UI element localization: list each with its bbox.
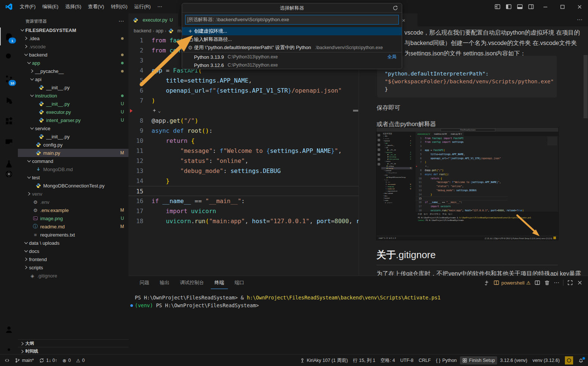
tree-item-__init__.py[interactable]: __init__.py xyxy=(18,83,128,92)
tree-item-scripts[interactable]: scripts xyxy=(18,263,128,272)
quickpick-item[interactable]: ⚙使用 \"python.defaultInterpreterPath\" 设置… xyxy=(182,44,402,52)
outline-section[interactable]: 大纲 xyxy=(18,339,128,347)
accounts-icon[interactable] xyxy=(0,321,18,338)
menu-运行R[interactable]: 运行(R) xyxy=(131,2,154,11)
tree-item-.idea[interactable]: .idea xyxy=(18,34,128,42)
refresh-icon[interactable] xyxy=(392,5,398,11)
extensions-icon[interactable] xyxy=(0,112,18,130)
preview-scrollbar-thumb[interactable] xyxy=(584,55,588,118)
customize-layout-icon[interactable] xyxy=(492,2,503,12)
panel-tab-终端[interactable]: 终端 xyxy=(211,276,228,289)
tree-item-label: readme.md xyxy=(388,188,394,190)
tree-item-docs[interactable]: docs xyxy=(18,247,128,255)
quickpick-item[interactable]: 输入解释器路径... xyxy=(182,35,402,44)
statusbar-problems-warnings[interactable]: ⚠0 xyxy=(74,356,87,365)
panel-tab-输出[interactable]: 输出 xyxy=(156,276,173,289)
tree-item-.gitignore[interactable]: ◈.gitignore xyxy=(18,272,128,280)
kill-terminal-icon[interactable] xyxy=(544,280,550,286)
panel-tab-问题[interactable]: 问题 xyxy=(136,276,153,289)
menu-⋯[interactable]: ⋯ xyxy=(154,2,165,11)
tree-item-datauploads[interactable]: data \ uploads xyxy=(18,239,128,247)
tree-item-.env.example[interactable]: ⚙.env.exampleM xyxy=(18,206,128,214)
new-terminal-icon[interactable] xyxy=(484,280,490,286)
menu-转到G[interactable]: 转到(G) xyxy=(108,2,131,11)
statusbar-venv-indicator[interactable]: venv (3.12.6) xyxy=(530,356,562,365)
maximize-panel-icon[interactable] xyxy=(567,280,573,286)
copilot-sparkle-icon[interactable]: ⌄ xyxy=(152,106,359,116)
statusbar-encoding[interactable]: UTF-8 xyxy=(398,356,416,365)
minimize-button[interactable] xyxy=(537,0,554,13)
statusbar-language-mode[interactable]: { }Python xyxy=(434,356,459,365)
close-panel-icon[interactable] xyxy=(577,280,583,286)
toggle-secondary-sidebar-icon[interactable] xyxy=(525,2,537,12)
tree-item-executor.py[interactable]: executor.pyU xyxy=(18,108,128,116)
tree-item-command[interactable]: command xyxy=(18,157,128,165)
statusbar-remote-indicator[interactable] xyxy=(2,356,12,365)
toggle-sidebar-icon[interactable] xyxy=(503,2,514,12)
statusbar-cursor-position[interactable]: 行 15, 列 1 xyxy=(351,356,378,365)
terminal-more-icon[interactable]: ⋯ xyxy=(554,279,559,286)
statusbar-notifications[interactable] xyxy=(576,356,586,365)
explorer-more-icon[interactable]: ⋯ xyxy=(118,18,124,25)
statusbar-branch-status[interactable]: main* xyxy=(13,356,36,365)
menu-查看V[interactable]: 查看(V) xyxy=(85,2,107,11)
quickpick-item[interactable]: Python 3.13.9C:\Python313\python.exe全局 xyxy=(182,53,402,61)
statusbar-finish-setup[interactable]: Finish Setup xyxy=(460,356,497,365)
tree-item-api[interactable]: api xyxy=(18,75,128,83)
tree-item-MongoDB.md[interactable]: MongoDB.md xyxy=(18,165,128,173)
tree-item-.vscode[interactable]: .vscode xyxy=(18,42,128,51)
timeline-section[interactable]: 时间线 xyxy=(18,347,128,354)
pinwheel-extension-icon[interactable] xyxy=(0,165,18,183)
run-debug-icon[interactable] xyxy=(0,92,18,109)
statusbar-indentation[interactable]: 空格: 4 xyxy=(378,356,397,365)
tree-item-config.py[interactable]: config.py xyxy=(18,141,128,149)
tree-item-test[interactable]: test xyxy=(18,173,128,182)
search-icon[interactable] xyxy=(0,48,18,65)
statusbar-python-interpreter[interactable]: 3.12.6 (venv) xyxy=(498,356,530,365)
tree-item-.env[interactable]: ⚙.env xyxy=(18,198,128,206)
statusbar-extension-gold[interactable] xyxy=(563,356,575,365)
copilot-sparkle-icon[interactable]: ⌄ xyxy=(425,164,508,168)
tab-executor-py[interactable]: executor.py U xyxy=(128,13,178,26)
code-editor[interactable]: 1from fastapi import FastAPI2from config… xyxy=(128,35,359,276)
statusbar-blame-info[interactable]: KiriAky 107 (1 周前) xyxy=(298,356,350,365)
tree-item-requirements.txt[interactable]: ≡requirements.txt xyxy=(18,231,128,239)
statusbar-problems-errors[interactable]: ⊗0 xyxy=(60,356,73,365)
tree-item-backend[interactable]: backend xyxy=(18,51,128,59)
panel-tab-端口[interactable]: 端口 xyxy=(231,276,248,289)
explorer-root-folder[interactable]: FILESREADSYSTEAM xyxy=(18,26,128,34)
interpreter-input[interactable]: 所选解释器: .\backend\venv\Scripts\python.exe xyxy=(185,15,399,25)
terminal-tab-powershell[interactable]: powershell ⚠ xyxy=(493,280,531,286)
quickpick-item[interactable]: +创建虚拟环境... xyxy=(182,27,402,35)
tree-item-__pycache__[interactable]: __pycache__ xyxy=(18,67,128,75)
tree-item-service[interactable]: service xyxy=(18,124,128,132)
menu-编辑E[interactable]: 编辑(E) xyxy=(39,2,62,11)
menu-文件F[interactable]: 文件(F) xyxy=(16,2,39,11)
maximize-button[interactable] xyxy=(554,0,571,13)
tree-item-app[interactable]: app xyxy=(18,59,128,67)
tree-item-intent_parser.py[interactable]: intent_parser.pyU xyxy=(18,116,128,124)
split-terminal-icon[interactable] xyxy=(534,280,540,286)
terminal-output[interactable]: PS H:\OwnProject\FilesReadSysteam> & h:\… xyxy=(130,294,577,309)
menu-选择S[interactable]: 选择(S) xyxy=(62,2,85,11)
statusbar-sync-status[interactable]: 1↓ 0↑ xyxy=(37,356,60,365)
tree-item-image.png[interactable]: image.pngU xyxy=(18,214,128,222)
explorer-icon[interactable]: 1 xyxy=(0,28,18,45)
tree-item-__init__.py[interactable]: __init__.py xyxy=(18,132,128,141)
close-button[interactable] xyxy=(571,0,588,13)
tree-item-MongoDBConnectionTest.py[interactable]: MongoDBConnectionTest.py xyxy=(18,182,128,190)
toggle-panel-icon[interactable] xyxy=(514,2,525,12)
quickpick-item[interactable]: Python 3.12.6C:\Python312\python.exe xyxy=(182,61,402,69)
panel-tab-调试控制台[interactable]: 调试控制台 xyxy=(176,276,208,289)
overview-ruler-cursor-mark[interactable] xyxy=(353,110,358,112)
statusbar-eol[interactable]: CRLF xyxy=(416,356,433,365)
remote-explorer-icon[interactable] xyxy=(0,133,18,151)
tree-item-instruction[interactable]: instruction xyxy=(18,92,128,100)
tree-item-main.py[interactable]: main.pyM xyxy=(18,149,128,157)
tree-item-readme.md[interactable]: ⓘreadme.mdM xyxy=(18,222,128,231)
tree-item-venv[interactable]: venv xyxy=(18,190,128,198)
tree-item-__init__.py[interactable]: __init__.pyU xyxy=(18,100,128,108)
editor-actions-more-icon[interactable]: ⋯ xyxy=(577,16,582,23)
tree-item-frontend[interactable]: frontend xyxy=(18,255,128,263)
source-control-icon[interactable]: 10 xyxy=(0,70,18,88)
